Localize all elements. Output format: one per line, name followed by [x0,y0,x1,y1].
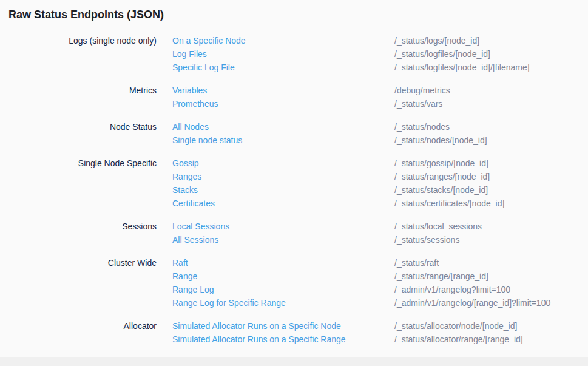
endpoint-link[interactable]: Local Sessions [172,220,394,233]
endpoint-link[interactable]: Stacks [172,183,394,197]
endpoint-row: Log Files /_status/logfiles/[node_id] [172,47,530,61]
endpoint-path: /_status/allocator/range/[range_id] [394,333,523,346]
endpoint-row: Range Log /_admin/v1/rangelog?limit=100 [172,283,550,296]
endpoint-path: /_status/logs/[node_id] [394,34,479,47]
entry-list: Local Sessions /_status/local_sessions A… [172,220,482,246]
endpoint-row: Simulated Allocator Runs on a Specific R… [172,333,523,346]
endpoint-path: /_status/range/[range_id] [394,269,488,283]
endpoint-group: Metrics Variables /debug/metrics Prometh… [8,84,588,110]
endpoint-row: Certificates /_status/certificates/[node… [172,197,504,210]
endpoint-row: All Nodes /_status/nodes [172,120,487,134]
endpoint-link[interactable]: Simulated Allocator Runs on a Specific R… [172,333,394,346]
debug-page: Raw Status Endpoints (JSON) Logs (single… [0,0,588,346]
endpoint-row: Ranges /_status/ranges/[node_id] [172,170,504,183]
endpoint-link[interactable]: Certificates [172,197,394,210]
endpoint-group: Logs (single node only) On a Specific No… [8,34,588,74]
entry-list: On a Specific Node /_status/logs/[node_i… [172,34,530,74]
page-title: Raw Status Endpoints (JSON) [8,8,588,21]
endpoint-path: /_status/sessions [394,233,459,246]
endpoint-path: /_status/raft [394,256,439,269]
endpoint-row: Variables /debug/metrics [172,84,450,97]
endpoint-link[interactable]: All Nodes [172,120,394,134]
endpoint-group: Allocator Simulated Allocator Runs on a … [8,319,588,346]
endpoint-row: Specific Log File /_status/logfiles/[nod… [172,61,530,74]
endpoint-row: Simulated Allocator Runs on a Specific N… [172,319,523,333]
endpoint-path: /debug/metrics [394,84,450,97]
category-label: Metrics [8,84,157,110]
endpoint-link[interactable]: Range Log for Specific Range [172,296,394,310]
category-label: Allocator [8,319,157,346]
endpoint-row: Stacks /_status/stacks/[node_id] [172,183,504,197]
endpoint-path: /_status/certificates/[node_id] [394,197,504,210]
entry-list: Variables /debug/metrics Prometheus /_st… [172,84,450,110]
endpoint-path: /_status/gossip/[node_id] [394,157,488,170]
endpoint-link[interactable]: Range [172,269,394,283]
endpoint-link[interactable]: Range Log [172,283,394,296]
endpoint-path: /_admin/v1/rangelog?limit=100 [394,283,510,296]
endpoint-row: Raft /_status/raft [172,256,550,269]
endpoint-path: /_status/vars [394,97,442,110]
endpoint-path: /_status/allocator/node/[node_id] [394,319,517,333]
endpoint-link[interactable]: Single node status [172,134,394,147]
category-label: Cluster Wide [8,256,157,310]
endpoint-link[interactable]: Gossip [172,157,394,170]
entry-list: All Nodes /_status/nodes Single node sta… [172,120,487,147]
endpoint-row: Gossip /_status/gossip/[node_id] [172,157,504,170]
endpoint-group: Cluster Wide Raft /_status/raft Range /_… [8,256,588,310]
endpoint-link[interactable]: Ranges [172,170,394,183]
endpoint-path: /_status/ranges/[node_id] [394,170,490,183]
endpoint-path: /_admin/v1/rangelog/[range_id]?limit=100 [394,296,550,310]
endpoint-path: /_status/nodes/[node_id] [394,134,487,147]
endpoint-group: Node Status All Nodes /_status/nodes Sin… [8,120,588,147]
entry-list: Raft /_status/raft Range /_status/range/… [172,256,550,310]
entry-list: Simulated Allocator Runs on a Specific N… [172,319,523,346]
endpoint-link[interactable]: On a Specific Node [172,34,394,47]
endpoint-link[interactable]: Raft [172,256,394,269]
endpoint-row: Single node status /_status/nodes/[node_… [172,134,487,147]
endpoint-group: Single Node Specific Gossip /_status/gos… [8,157,588,210]
endpoint-link[interactable]: Prometheus [172,97,394,110]
endpoint-path: /_status/stacks/[node_id] [394,183,488,197]
endpoint-link[interactable]: Specific Log File [172,61,394,74]
category-label: Node Status [8,120,157,147]
endpoint-group: Sessions Local Sessions /_status/local_s… [8,220,588,246]
endpoint-row: Range Log for Specific Range /_admin/v1/… [172,296,550,310]
category-label: Single Node Specific [8,157,157,210]
endpoint-row: All Sessions /_status/sessions [172,233,482,246]
endpoint-groups: Logs (single node only) On a Specific No… [8,34,588,346]
endpoint-path: /_status/nodes [394,120,450,134]
endpoint-link[interactable]: Log Files [172,47,394,61]
endpoint-path: /_status/logfiles/[node_id] [394,47,490,61]
endpoint-row: Prometheus /_status/vars [172,97,450,110]
endpoint-path: /_status/logfiles/[node_id]/[filename] [394,61,530,74]
bottom-strip [0,357,588,366]
entry-list: Gossip /_status/gossip/[node_id] Ranges … [172,157,504,210]
category-label: Sessions [8,220,157,246]
endpoint-row: On a Specific Node /_status/logs/[node_i… [172,34,530,47]
endpoint-path: /_status/local_sessions [394,220,482,233]
endpoint-row: Local Sessions /_status/local_sessions [172,220,482,233]
endpoint-link[interactable]: All Sessions [172,233,394,246]
endpoint-link[interactable]: Variables [172,84,394,97]
category-label: Logs (single node only) [8,34,157,74]
endpoint-link[interactable]: Simulated Allocator Runs on a Specific N… [172,319,394,333]
endpoint-row: Range /_status/range/[range_id] [172,269,550,283]
